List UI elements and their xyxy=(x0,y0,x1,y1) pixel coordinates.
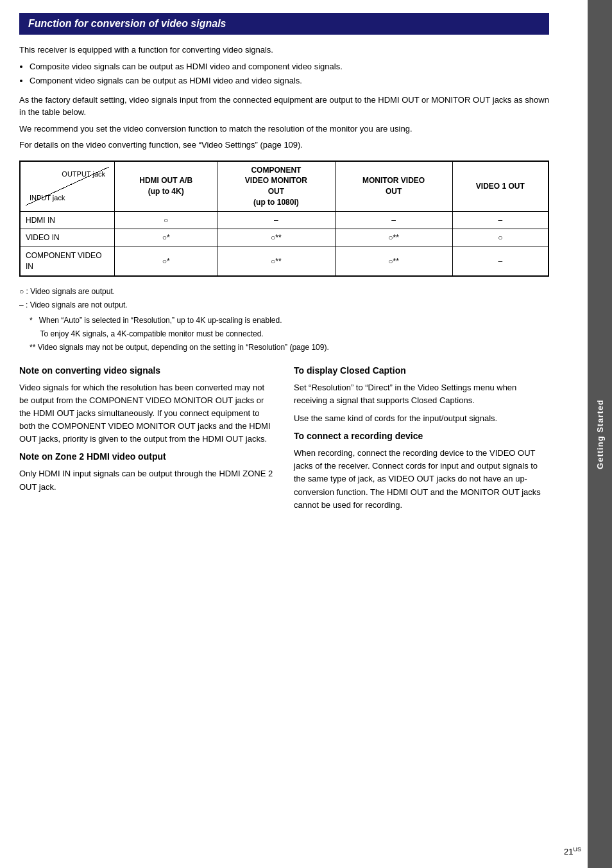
table-row: VIDEO IN○*○**○**○ xyxy=(21,229,548,247)
note-converting-heading: Note on converting video signals xyxy=(19,365,275,377)
legend-dash: – : Video signals are not output. xyxy=(19,299,549,311)
asterisk2-note: ** Video signals may not be output, depe… xyxy=(30,342,549,353)
input-jack-label: INPUT jack xyxy=(30,193,65,203)
col-right: To display Closed Caption Set “Resolutio… xyxy=(294,365,549,517)
note-converting-body: Video signals for which the resolution h… xyxy=(19,381,275,446)
intro-line3: We recommend you set the video conversio… xyxy=(19,123,549,135)
table-cell: ○** xyxy=(217,247,335,276)
table-header-component: COMPONENTVIDEO MONITOROUT(up to 1080i) xyxy=(217,161,335,211)
table-row: COMPONENT VIDEO IN○*○**○**– xyxy=(21,247,548,276)
table-cell: – xyxy=(452,211,548,229)
to-connect-heading: To connect a recording device xyxy=(294,430,549,442)
main-content: Function for conversion of video signals… xyxy=(0,0,588,868)
bullet-item-2: Component video signals can be output as… xyxy=(30,74,549,87)
asterisk1-note2: To enjoy 4K signals, a 4K-compatible mon… xyxy=(30,328,549,340)
table-cell: ○** xyxy=(335,247,452,276)
to-connect-body: When recording, connect the recording de… xyxy=(294,447,549,512)
asterisk1-label: * xyxy=(30,316,39,325)
note-zone2-heading: Note on Zone 2 HDMI video output xyxy=(19,451,275,463)
table-cell: ○* xyxy=(115,247,217,276)
table-cell: ○ xyxy=(452,229,548,247)
asterisk2-text: Video signals may not be output, dependi… xyxy=(38,343,329,352)
table-header-hdmi: HDMI OUT A/B(up to 4K) xyxy=(115,161,217,211)
intro-line2: As the factory default setting, video si… xyxy=(19,94,549,119)
table-cell: ○ xyxy=(115,211,217,229)
note-zone2-body: Only HDMI IN input signals can be output… xyxy=(19,467,275,493)
page-number: 21US xyxy=(564,846,581,856)
table-cell: – xyxy=(217,211,335,229)
table-cell: ○* xyxy=(115,229,217,247)
page: Function for conversion of video signals… xyxy=(0,0,612,868)
bullet-list: Composite video signals can be output as… xyxy=(30,60,549,87)
legend-section: ○ : Video signals are output. – : Video … xyxy=(19,286,549,311)
section-title: Function for conversion of video signals xyxy=(19,13,549,35)
table-cell: – xyxy=(452,247,548,276)
legend-circle: ○ : Video signals are output. xyxy=(19,286,549,297)
table-row-label: VIDEO IN xyxy=(21,229,115,247)
two-col-section: Note on converting video signals Video s… xyxy=(19,365,549,517)
intro-line1: This receiver is equipped with a functio… xyxy=(19,44,549,56)
asterisk1-text2: To enjoy 4K signals, a 4K-compatible mon… xyxy=(40,329,263,338)
table-row: HDMI IN○––– xyxy=(21,211,548,229)
sidebar-label: Getting Started xyxy=(595,399,605,469)
bullet-item-1: Composite video signals can be output as… xyxy=(30,60,549,73)
col-left: Note on converting video signals Video s… xyxy=(19,365,275,517)
signal-table: OUTPUT jack INPUT jack HDMI OUT A/B(up t… xyxy=(19,161,549,277)
to-display-body2: Use the same kind of cords for the input… xyxy=(294,412,549,425)
table-row-label: COMPONENT VIDEO IN xyxy=(21,247,115,276)
asterisk1-note: * When “Auto” is selected in “Resolution… xyxy=(30,315,549,326)
output-jack-label: OUTPUT jack xyxy=(62,169,105,179)
intro-line4: For details on the video converting func… xyxy=(19,139,549,152)
asterisk1-text: When “Auto” is selected in “Resolution,”… xyxy=(39,316,282,325)
table-diagonal-header: OUTPUT jack INPUT jack xyxy=(21,161,115,211)
sidebar: Getting Started xyxy=(588,0,612,868)
table-header-video1: VIDEO 1 OUT xyxy=(452,161,548,211)
table-cell: ○** xyxy=(217,229,335,247)
table-cell: ○** xyxy=(335,229,452,247)
table-header-monitor: MONITOR VIDEOOUT xyxy=(335,161,452,211)
to-display-heading: To display Closed Caption xyxy=(294,365,549,377)
to-display-body1: Set “Resolution” to “Direct” in the Vide… xyxy=(294,381,549,407)
table-cell: – xyxy=(335,211,452,229)
table-row-label: HDMI IN xyxy=(21,211,115,229)
asterisk2-label: ** xyxy=(30,343,38,352)
